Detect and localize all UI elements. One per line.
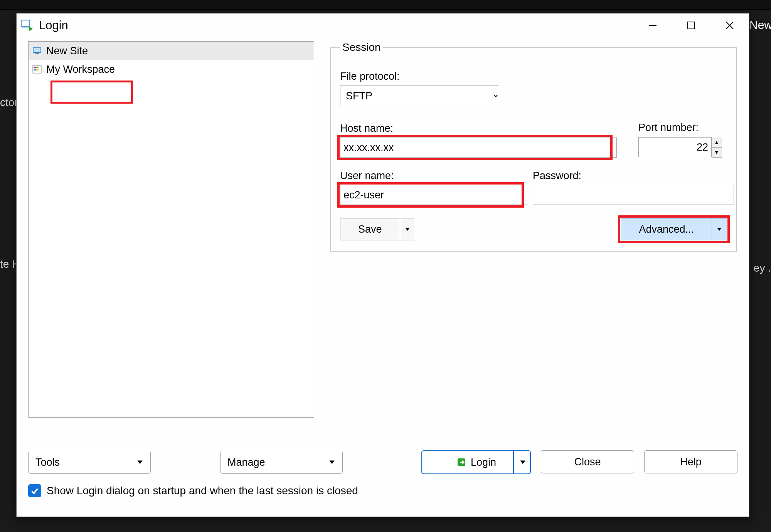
save-caret[interactable]	[400, 218, 415, 240]
svg-rect-3	[688, 22, 695, 29]
protocol-label: File protocol:	[340, 70, 727, 82]
svg-rect-11	[36, 67, 39, 68]
login-icon	[456, 457, 467, 468]
chevron-down-icon	[328, 459, 335, 466]
svg-rect-10	[34, 67, 36, 68]
close-button-bottom[interactable]: Close	[541, 450, 634, 473]
host-label: Host name:	[340, 123, 610, 134]
minimize-button[interactable]	[637, 15, 668, 35]
svg-marker-14	[405, 228, 410, 231]
titlebar: Login	[17, 13, 749, 37]
show-login-checkbox-row[interactable]: Show Login dialog on startup and when th…	[28, 484, 358, 497]
dialog-title: Login	[39, 18, 68, 32]
close-button[interactable]	[714, 15, 745, 35]
user-label: User name:	[340, 170, 521, 182]
background-tab-label: New	[749, 18, 771, 32]
port-spin-up[interactable]: ▲	[712, 137, 722, 148]
user-name-input[interactable]	[340, 185, 528, 205]
svg-rect-1	[22, 26, 29, 27]
show-login-label: Show Login dialog on startup and when th…	[47, 485, 358, 497]
site-item-label: New Site	[46, 45, 88, 57]
port-number-field[interactable]	[638, 137, 712, 157]
manage-button-label: Manage	[227, 456, 265, 468]
svg-rect-7	[34, 48, 40, 52]
login-dialog: Login New Site My Workspace Session File…	[16, 13, 749, 517]
background-toolbar	[0, 0, 771, 10]
advanced-caret[interactable]	[712, 218, 727, 240]
svg-rect-12	[34, 69, 36, 70]
password-input[interactable]	[533, 185, 734, 205]
port-spin-down[interactable]: ▼	[712, 148, 722, 158]
save-button[interactable]: Save	[340, 218, 415, 240]
maximize-button[interactable]	[676, 15, 707, 35]
tools-button-label: Tools	[35, 456, 60, 468]
manage-button[interactable]: Manage	[220, 451, 343, 474]
svg-rect-8	[35, 53, 39, 54]
check-icon	[30, 487, 39, 495]
workspace-icon	[32, 64, 42, 75]
site-item-new-site[interactable]: New Site	[29, 42, 314, 60]
computer-icon	[32, 45, 42, 56]
tools-button[interactable]: Tools	[28, 451, 151, 474]
advanced-button[interactable]: Advanced...	[621, 218, 727, 240]
help-button[interactable]: Help	[644, 450, 737, 473]
svg-rect-0	[21, 20, 29, 27]
session-group: Session File protocol: SFTP Host name:	[330, 41, 737, 252]
site-item-my-workspace[interactable]: My Workspace	[29, 60, 314, 79]
sites-tree[interactable]: New Site My Workspace	[28, 41, 314, 418]
password-label: Password:	[533, 170, 727, 182]
highlight-new-site	[51, 81, 133, 104]
close-button-label: Close	[574, 456, 601, 468]
save-button-label: Save	[340, 218, 400, 240]
svg-marker-15	[717, 228, 722, 231]
login-button[interactable]: Login	[421, 450, 531, 474]
show-login-checkbox[interactable]	[28, 484, 41, 497]
port-number-input[interactable]: ▲ ▼	[638, 137, 727, 158]
help-button-label: Help	[680, 456, 702, 468]
login-button-label: Login	[471, 456, 496, 468]
background-text-3: ey .	[754, 262, 771, 274]
chevron-down-icon	[519, 459, 526, 466]
svg-marker-19	[520, 461, 525, 464]
file-protocol-select[interactable]: SFTP	[340, 86, 499, 106]
site-item-label: My Workspace	[46, 64, 115, 76]
port-label: Port number:	[638, 122, 727, 134]
advanced-button-label: Advanced...	[621, 218, 712, 240]
svg-marker-16	[137, 461, 143, 464]
chevron-down-icon	[136, 459, 143, 466]
session-legend: Session	[340, 41, 383, 54]
background-text-1: ctor	[0, 96, 18, 109]
app-icon	[20, 19, 34, 32]
svg-rect-13	[36, 69, 39, 70]
svg-marker-17	[329, 461, 335, 464]
host-name-input[interactable]	[340, 138, 617, 158]
